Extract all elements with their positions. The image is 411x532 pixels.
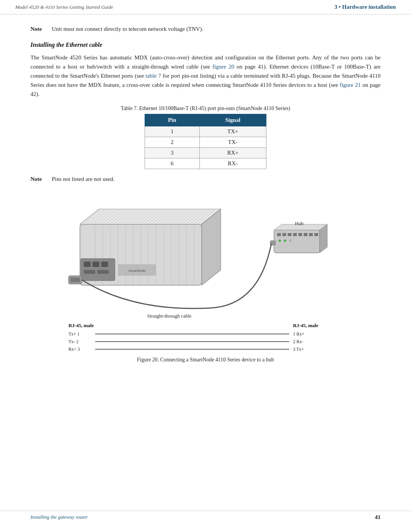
note-label-1: Note (30, 26, 49, 32)
figure21-link[interactable]: figure 21 (340, 82, 361, 88)
table-row: 1TX+ (145, 126, 266, 137)
svg-rect-58 (70, 278, 80, 282)
page-container: Model 4520 & 4110 Series Getting Started… (0, 0, 411, 532)
svg-rect-65 (293, 233, 297, 236)
pin-cell: 6 (145, 158, 200, 169)
footer: Installing the gateway router 41 (0, 511, 411, 521)
note-label-2: Note (30, 176, 49, 182)
figure-caption: Figure 20. Connecting a SmartNode 4110 S… (137, 357, 274, 363)
svg-text:Tx+  1: Tx+ 1 (68, 331, 80, 337)
pin-cell: 2 (145, 137, 200, 148)
table-row: 3RX+ (145, 148, 266, 158)
svg-text:SmartNode: SmartNode (128, 269, 146, 273)
note-block-2: Note Pins not listed are not used. (30, 176, 381, 182)
svg-rect-69 (314, 233, 318, 236)
svg-rect-67 (304, 233, 307, 236)
note-text-1: Unit must not connect directly to teleco… (52, 26, 203, 32)
diagram-svg: SmartNode (57, 194, 354, 354)
svg-text:3  Tx+: 3 Tx+ (293, 347, 304, 352)
section-heading: Installing the Ethernet cable (30, 42, 381, 48)
signal-cell: TX+ (199, 126, 266, 137)
table-row: 6RX- (145, 158, 266, 169)
header-bar: Model 4520 & 4110 Series Getting Started… (0, 0, 411, 14)
wiring-diagram: RJ-45, male Tx+ 1 Tx- 2 Rx+ 3 Rx- 6 RJ-4… (68, 323, 319, 354)
figure-area: SmartNode (30, 194, 381, 363)
svg-point-72 (289, 240, 292, 242)
table-row: 2TX- (145, 137, 266, 148)
svg-rect-66 (298, 233, 302, 236)
pin-table: Pin Signal 1TX+2TX-3RX+6RX- (145, 114, 266, 169)
svg-rect-54 (97, 270, 109, 274)
footer-right: 41 (375, 514, 381, 521)
note-text-2: Pins not listed are not used. (52, 176, 115, 182)
header-left: Model 4520 & 4110 Series Getting Started… (15, 4, 113, 10)
note-block-1: Note Unit must not connect directly to t… (30, 26, 381, 32)
figure20-link[interactable]: figure 20 (212, 64, 234, 70)
body-paragraph: The SmartNode 4520 Series has automatic … (30, 53, 381, 99)
main-content: Note Unit must not connect directly to t… (0, 14, 411, 390)
svg-text:2  Rx-: 2 Rx- (293, 339, 303, 344)
svg-text:Rx+  3: Rx+ 3 (68, 347, 80, 352)
svg-rect-68 (309, 233, 313, 236)
svg-text:RJ-45, male: RJ-45, male (293, 323, 319, 328)
svg-text:Tx-   2: Tx- 2 (68, 339, 78, 344)
pin-cell: 3 (145, 148, 200, 158)
signal-cell: RX- (199, 158, 266, 169)
svg-point-71 (284, 240, 286, 242)
svg-rect-52 (101, 262, 108, 267)
signal-cell: TX- (199, 137, 266, 148)
col-header-signal: Signal (199, 114, 266, 126)
svg-rect-53 (84, 270, 95, 274)
col-header-pin: Pin (145, 114, 200, 126)
svg-rect-63 (282, 233, 286, 236)
svg-point-70 (279, 240, 281, 242)
svg-text:RJ-45, male: RJ-45, male (68, 323, 94, 328)
header-right: 3 • Hardware installation (335, 4, 396, 10)
pin-table-wrapper: Table 7. Ethernet 10/100Base-T (RJ-45) p… (30, 105, 381, 169)
svg-text:1  Rx+: 1 Rx+ (293, 331, 304, 337)
svg-rect-64 (288, 233, 292, 236)
smartnode-device: SmartNode (68, 209, 221, 285)
cable-label: Straight-through cable (147, 313, 192, 319)
svg-rect-62 (277, 233, 281, 236)
hub-device (270, 224, 327, 253)
hub-label: Hub (295, 220, 303, 226)
svg-rect-50 (84, 262, 91, 267)
pin-cell: 1 (145, 126, 200, 137)
table7-link[interactable]: table 7 (145, 73, 161, 79)
table-caption: Table 7. Ethernet 10/100Base-T (RJ-45) p… (121, 105, 290, 112)
footer-left: Installing the gateway router (30, 514, 88, 521)
svg-rect-51 (92, 262, 99, 267)
signal-cell: RX+ (199, 148, 266, 158)
